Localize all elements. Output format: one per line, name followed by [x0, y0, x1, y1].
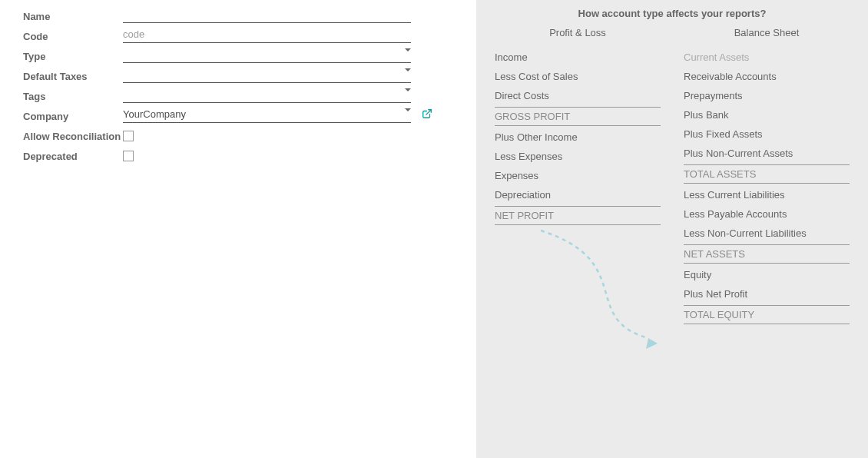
- svg-marker-1: [646, 338, 658, 349]
- pl-item: Less Expenses: [495, 147, 661, 166]
- bs-item: Prepayments: [684, 86, 850, 105]
- default-taxes-label: Default Taxes: [23, 68, 123, 82]
- external-link-icon[interactable]: [422, 108, 432, 121]
- bs-item: Plus Bank: [684, 105, 850, 124]
- pl-total: NET PROFIT: [495, 206, 661, 225]
- code-label: Code: [23, 28, 123, 42]
- default-taxes-select[interactable]: [123, 66, 411, 83]
- bs-title: Balance Sheet: [684, 27, 850, 38]
- allow-reconciliation-checkbox[interactable]: [123, 131, 134, 141]
- pl-title: Profit & Loss: [495, 27, 661, 38]
- balance-sheet-column: Balance Sheet Current Assets Receivable …: [684, 27, 850, 365]
- bs-item: Less Payable Accounts: [684, 204, 850, 224]
- type-label: Type: [23, 48, 123, 62]
- profit-loss-column: Profit & Loss Income Less Cost of Sales …: [495, 27, 661, 365]
- pl-item: Income: [495, 48, 661, 67]
- pl-item: Depreciation: [495, 185, 661, 204]
- arrow-illustration: [495, 227, 661, 365]
- pl-item: Direct Costs: [495, 86, 661, 105]
- code-input[interactable]: [123, 26, 411, 43]
- company-label: Company: [23, 108, 123, 122]
- type-select[interactable]: [123, 46, 411, 63]
- bs-item: Plus Net Profit: [684, 284, 850, 304]
- svg-line-0: [426, 109, 431, 114]
- bs-item: Current Assets: [684, 48, 850, 67]
- pl-item: Plus Other Income: [495, 128, 661, 147]
- tags-select[interactable]: [123, 86, 411, 103]
- bs-item: Receivable Accounts: [684, 67, 850, 86]
- pl-total: GROSS PROFIT: [495, 107, 661, 126]
- bs-total: TOTAL ASSETS: [684, 164, 850, 184]
- bs-item: Plus Non-Current Assets: [684, 144, 850, 163]
- allow-reconciliation-label: Allow Reconciliation: [23, 128, 123, 142]
- deprecated-label: Deprecated: [23, 148, 123, 162]
- info-panel: How account type affects your reports? P…: [476, 0, 868, 458]
- deprecated-checkbox[interactable]: [123, 151, 134, 161]
- pl-item: Less Cost of Sales: [495, 67, 661, 86]
- bs-item: Less Non-Current Liabilities: [684, 224, 850, 243]
- name-label: Name: [23, 8, 123, 22]
- tags-label: Tags: [23, 88, 123, 102]
- pl-item: Expenses: [495, 166, 661, 185]
- bs-item: Plus Fixed Assets: [684, 124, 850, 144]
- info-heading: How account type affects your reports?: [495, 8, 850, 19]
- form-panel: Name Code Type Default Taxes: [0, 0, 476, 458]
- bs-total: TOTAL EQUITY: [684, 305, 850, 324]
- company-select[interactable]: YourCompany: [123, 106, 411, 123]
- name-input[interactable]: [123, 6, 411, 23]
- bs-total: NET ASSETS: [684, 244, 850, 264]
- bs-item: Less Current Liabilities: [684, 185, 850, 204]
- bs-item: Equity: [684, 265, 850, 284]
